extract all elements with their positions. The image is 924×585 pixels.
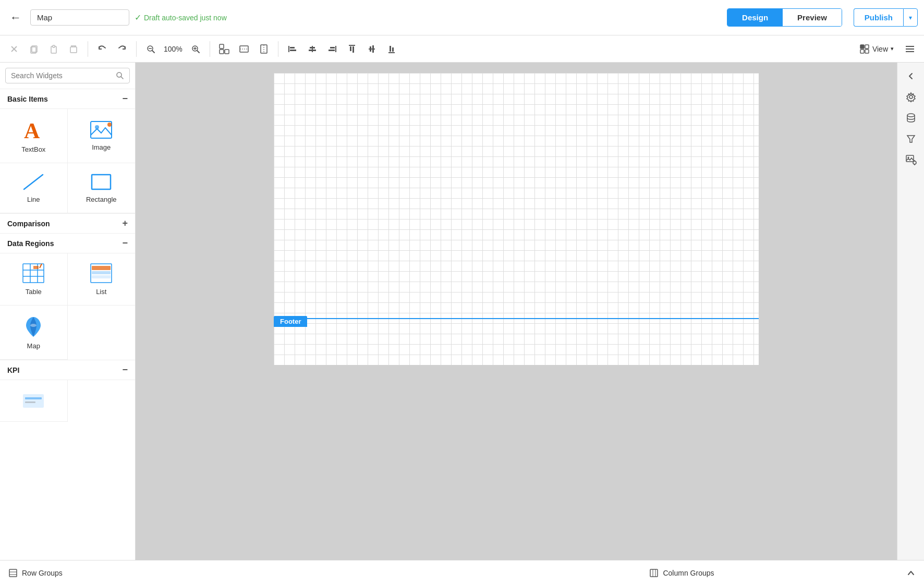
design-tab[interactable]: Design xyxy=(727,9,783,26)
svg-rect-43 xyxy=(865,45,869,48)
delete-button[interactable] xyxy=(65,40,82,58)
copy-icon xyxy=(29,44,39,54)
align-left-icon xyxy=(287,44,298,54)
data-regions-grid: Table List xyxy=(0,253,135,360)
align-center-icon xyxy=(307,44,318,54)
image-settings-button[interactable] xyxy=(902,150,920,169)
fit-width-button[interactable] xyxy=(235,40,253,58)
menu-button[interactable] xyxy=(901,40,919,58)
data-regions-toggle[interactable]: − xyxy=(122,238,128,249)
toolbar: 100% View ▾ xyxy=(0,35,924,63)
svg-rect-25 xyxy=(290,47,295,48)
row-groups-icon xyxy=(8,568,18,578)
filter-icon xyxy=(906,133,916,144)
table-label: Table xyxy=(26,288,42,296)
search-input[interactable] xyxy=(11,71,113,80)
row-groups-section: Row Groups xyxy=(8,568,457,578)
group-button[interactable] xyxy=(215,40,233,58)
paste-button[interactable] xyxy=(45,40,63,58)
svg-rect-68 xyxy=(23,394,44,408)
svg-line-14 xyxy=(197,51,199,53)
fit-height-icon xyxy=(258,43,270,55)
align-top-button[interactable] xyxy=(343,40,361,58)
line-widget[interactable]: Line xyxy=(0,163,68,213)
svg-rect-45 xyxy=(865,50,869,53)
table-widget[interactable]: Table xyxy=(0,253,68,306)
svg-rect-65 xyxy=(92,271,111,274)
preview-tab[interactable]: Preview xyxy=(783,9,842,26)
comparison-section-header: Comparison + xyxy=(0,213,135,233)
map-icon xyxy=(22,315,45,338)
svg-rect-34 xyxy=(350,46,351,51)
autosave-text: Draft auto-saved just now xyxy=(144,14,227,22)
undo-icon xyxy=(97,44,107,54)
redo-button[interactable] xyxy=(113,40,131,58)
database-button[interactable] xyxy=(902,108,920,127)
zoom-out-button[interactable] xyxy=(142,40,160,58)
svg-line-62 xyxy=(40,264,42,268)
back-button[interactable]: ← xyxy=(6,8,25,27)
zoom-in-button[interactable] xyxy=(187,40,204,58)
sep4 xyxy=(278,41,278,57)
fit-height-button[interactable] xyxy=(255,40,273,58)
align-right-button[interactable] xyxy=(323,40,341,58)
footer-line xyxy=(274,318,759,319)
list-label: List xyxy=(96,288,106,296)
publish-dropdown-button[interactable]: ▾ xyxy=(903,8,918,27)
kpi-widget-1[interactable] xyxy=(0,380,68,422)
svg-rect-17 xyxy=(220,44,224,48)
rectangle-widget[interactable]: Rectangle xyxy=(68,163,136,213)
svg-rect-79 xyxy=(9,569,17,577)
image-icon xyxy=(90,120,113,139)
basic-items-grid: A TextBox Image Line xyxy=(0,108,135,213)
image-widget[interactable]: Image xyxy=(68,109,136,163)
align-top-icon xyxy=(347,44,357,54)
row-groups-label: Row Groups xyxy=(22,569,63,577)
align-bottom-button[interactable] xyxy=(383,40,400,58)
kpi-icon-1 xyxy=(22,393,45,409)
align-middle-button[interactable] xyxy=(363,40,381,58)
zoom-level-label: 100% xyxy=(162,45,185,53)
rectangle-icon xyxy=(90,173,113,191)
svg-point-76 xyxy=(913,161,916,164)
svg-rect-40 xyxy=(390,46,391,52)
view-button[interactable]: View ▾ xyxy=(854,41,899,57)
undo-button[interactable] xyxy=(93,40,111,58)
textbox-label: TextBox xyxy=(21,145,45,153)
panel-collapse-button[interactable] xyxy=(902,67,920,86)
list-widget[interactable]: List xyxy=(68,253,136,306)
title-input[interactable] xyxy=(30,9,129,26)
svg-rect-6 xyxy=(70,47,77,53)
image-settings-icon xyxy=(905,154,917,165)
checkmark-icon: ✓ xyxy=(135,13,141,22)
align-left-button[interactable] xyxy=(284,40,301,58)
svg-rect-66 xyxy=(92,275,111,278)
collapse-up-icon xyxy=(906,568,916,578)
publish-button[interactable]: Publish xyxy=(854,8,903,27)
comparison-toggle[interactable]: + xyxy=(122,218,128,229)
cut-button[interactable] xyxy=(5,40,23,58)
view-label: View xyxy=(872,45,888,53)
map-widget[interactable]: Map xyxy=(0,306,68,360)
svg-rect-18 xyxy=(225,50,229,54)
copy-button[interactable] xyxy=(25,40,43,58)
svg-rect-19 xyxy=(220,50,224,54)
align-center-button[interactable] xyxy=(303,40,321,58)
svg-rect-69 xyxy=(25,397,42,399)
paste-icon xyxy=(49,44,58,54)
svg-rect-44 xyxy=(860,50,864,53)
right-sidebar xyxy=(897,63,924,560)
textbox-widget[interactable]: A TextBox xyxy=(0,109,68,163)
bottom-collapse-button[interactable] xyxy=(906,568,916,578)
search-box[interactable] xyxy=(5,68,130,83)
bottom-bar: Row Groups Column Groups xyxy=(0,560,924,585)
kpi-toggle[interactable]: − xyxy=(122,364,128,375)
filter-button[interactable] xyxy=(902,129,920,148)
svg-rect-28 xyxy=(310,47,315,48)
basic-items-toggle[interactable]: − xyxy=(122,93,128,104)
canvas-scroll[interactable]: Footer xyxy=(136,63,897,560)
kpi-label: KPI xyxy=(7,366,19,374)
settings-button[interactable] xyxy=(902,88,920,106)
svg-rect-31 xyxy=(330,47,335,48)
kpi-section-header: KPI − xyxy=(0,360,135,380)
